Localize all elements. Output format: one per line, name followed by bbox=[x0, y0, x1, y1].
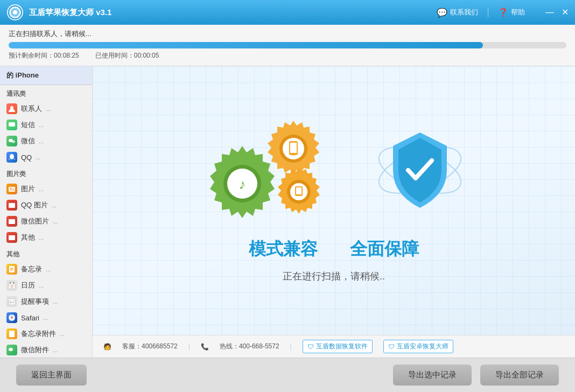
customer-service-icon: 🧑 bbox=[103, 343, 111, 351]
main-container: 正在扫描联系人，请稍候... 预计剩余时间：00:08:25 已使用时间：00:… bbox=[0, 25, 575, 392]
sidebar-item-qqphoto[interactable]: QQ 图片 ... bbox=[0, 197, 92, 213]
link-recovery-software[interactable]: 🛡 互盾数据恢复软件 bbox=[303, 340, 373, 353]
qq-icon bbox=[6, 152, 17, 163]
link-android-recovery[interactable]: 🛡 互盾安卓恢复大师 bbox=[383, 340, 453, 353]
illustration: ♪ bbox=[199, 114, 468, 227]
content-area: 的 iPhone 通讯类 联系人 ... 短信 ... bbox=[0, 66, 575, 358]
minimize-button[interactable]: — bbox=[545, 8, 554, 17]
notes-label: 备忘录 bbox=[21, 264, 42, 274]
qqphoto-loading: ... bbox=[52, 202, 57, 208]
sms-loading: ... bbox=[39, 122, 44, 128]
qq-loading: ... bbox=[36, 154, 40, 160]
separator1: | bbox=[188, 343, 190, 351]
hotline-icon: 📞 bbox=[201, 343, 209, 351]
sidebar-item-safari[interactable]: Safari ... bbox=[0, 310, 92, 326]
wechat-label: 微信 bbox=[21, 136, 35, 146]
sidebar-item-photos[interactable]: 图片 ... bbox=[0, 181, 92, 197]
sidebar-item-wxphoto[interactable]: 微信图片 ... bbox=[0, 213, 92, 229]
svg-text:32: 32 bbox=[10, 285, 13, 288]
chat-icon: 💬 bbox=[437, 8, 447, 18]
reminder-loading: ... bbox=[53, 298, 58, 305]
svg-rect-13 bbox=[9, 235, 15, 240]
app-title: 互盾苹果恢复大师 v3.1 bbox=[29, 8, 437, 18]
section-title-comms: 通讯类 bbox=[0, 85, 92, 101]
export-selected-button[interactable]: 导出选中记录 bbox=[393, 365, 472, 386]
shield-illustration bbox=[371, 122, 468, 219]
svg-point-44 bbox=[292, 153, 294, 156]
photos-icon bbox=[6, 184, 17, 194]
sidebar-item-contacts[interactable]: 联系人 ... bbox=[0, 101, 92, 117]
scan-bar: 正在扫描联系人，请稍候... 预计剩余时间：00:08:25 已使用时间：00:… bbox=[0, 25, 575, 66]
other-label: 其他 bbox=[21, 233, 35, 242]
svg-point-32 bbox=[9, 348, 13, 351]
wechat-icon bbox=[6, 136, 17, 146]
sidebar-item-reminder[interactable]: 提醒事项 ... bbox=[0, 293, 92, 310]
export-all-button[interactable]: 导出全部记录 bbox=[480, 365, 559, 386]
app-logo bbox=[6, 4, 24, 21]
back-button[interactable]: 返回主界面 bbox=[16, 365, 87, 386]
header-controls: 💬 联系我们 ❓ 帮助 — ✕ bbox=[437, 8, 569, 18]
sms-icon bbox=[6, 120, 17, 130]
svg-point-25 bbox=[10, 302, 11, 303]
svg-rect-5 bbox=[9, 122, 15, 127]
photos-label: 图片 bbox=[21, 184, 35, 194]
contacts-loading: ... bbox=[46, 106, 51, 112]
safari-loading: ... bbox=[43, 314, 48, 321]
qqphoto-label: QQ 图片 bbox=[21, 200, 48, 210]
safari-icon bbox=[6, 312, 17, 323]
svg-rect-11 bbox=[9, 203, 15, 208]
tagline-part1: 模式兼容 bbox=[249, 237, 318, 261]
info-bar: 🧑 客服：4006685572 | 📞 热线：400-668-5572 | 🛡 … bbox=[93, 335, 575, 358]
sidebar-item-wxatt[interactable]: 微信附件 ... bbox=[0, 342, 92, 358]
sidebar-item-qq[interactable]: QQ ... bbox=[0, 149, 92, 165]
contacts-icon bbox=[6, 103, 17, 114]
separator2: | bbox=[290, 343, 292, 351]
wxphoto-icon bbox=[6, 216, 17, 227]
svg-rect-12 bbox=[9, 219, 15, 224]
wxatt-label: 微信附件 bbox=[21, 345, 49, 355]
close-button[interactable]: ✕ bbox=[562, 8, 569, 17]
notes-icon bbox=[6, 264, 17, 275]
svg-point-7 bbox=[12, 141, 15, 143]
help-button[interactable]: ❓ 帮助 bbox=[498, 8, 525, 17]
wxatt-loading: ... bbox=[53, 347, 58, 353]
other-icon bbox=[6, 232, 17, 243]
notesatt-label: 备忘录附件 bbox=[21, 329, 56, 339]
sidebar: 的 iPhone 通讯类 联系人 ... 短信 ... bbox=[0, 66, 93, 358]
sidebar-item-sms[interactable]: 短信 ... bbox=[0, 117, 92, 133]
notes-loading: ... bbox=[46, 266, 51, 272]
svg-point-3 bbox=[13, 10, 17, 15]
qqphoto-icon bbox=[6, 200, 17, 211]
help-icon: ❓ bbox=[498, 8, 508, 17]
scan-status-text: 正在扫描联系人，请稍候... bbox=[9, 29, 566, 39]
tagline: 模式兼容 全面保障 bbox=[249, 237, 419, 261]
sidebar-item-calendar[interactable]: 32 日历 ... bbox=[0, 277, 92, 293]
svg-rect-9 bbox=[9, 187, 15, 192]
svg-rect-31 bbox=[9, 331, 15, 337]
notesatt-icon bbox=[6, 328, 17, 339]
progress-bar-fill bbox=[9, 42, 483, 48]
sidebar-item-notesatt[interactable]: 备忘录附件 ... bbox=[0, 326, 92, 342]
sidebar-item-notes[interactable]: 备忘录 ... bbox=[0, 261, 92, 277]
calendar-loading: ... bbox=[39, 282, 44, 289]
svg-text:♪: ♪ bbox=[239, 176, 246, 192]
sidebar-item-wechat[interactable]: 微信 ... bbox=[0, 133, 92, 149]
reminder-label: 提醒事项 bbox=[21, 297, 49, 306]
main-content: ♪ bbox=[93, 66, 575, 358]
wxphoto-label: 微信图片 bbox=[21, 216, 49, 226]
section-title-photos: 图片类 bbox=[0, 165, 92, 181]
export-buttons: 导出选中记录 导出全部记录 bbox=[393, 365, 559, 386]
calendar-label: 日历 bbox=[21, 281, 35, 290]
divider bbox=[488, 8, 488, 17]
gears-illustration: ♪ bbox=[199, 114, 361, 227]
estimated-time: 预计剩余时间：00:08:25 bbox=[9, 51, 79, 60]
contacts-label: 联系人 bbox=[21, 104, 42, 114]
customer-service-text: 客服：4006685572 bbox=[122, 342, 178, 351]
svg-point-10 bbox=[10, 188, 12, 190]
sidebar-item-other[interactable]: 其他 ... bbox=[0, 229, 92, 246]
wxphoto-loading: ... bbox=[53, 218, 58, 225]
section-title-other: 其他 bbox=[0, 246, 92, 261]
svg-rect-23 bbox=[9, 299, 15, 305]
contact-us-button[interactable]: 💬 联系我们 bbox=[437, 8, 478, 18]
wxatt-icon bbox=[6, 345, 17, 355]
